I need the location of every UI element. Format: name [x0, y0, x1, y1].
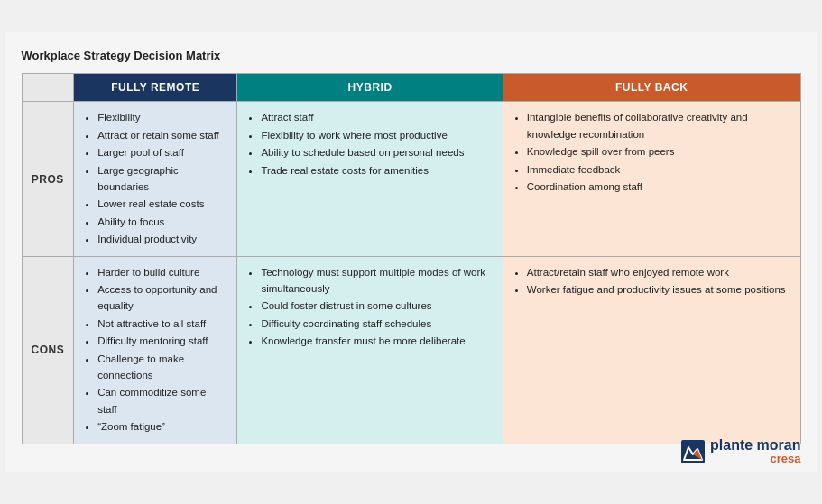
cell-pros-col3: Intangible benefits of collaborative cre… — [503, 102, 800, 256]
list-item: Lower real estate costs — [97, 196, 227, 212]
row-label-cons: CONS — [22, 256, 74, 444]
decision-matrix-table: FULLY REMOTE HYBRID FULLY BACK PROSFlexi… — [22, 73, 801, 444]
list-item: Flexibility to work where most productiv… — [261, 127, 493, 143]
list-item: Larger pool of staff — [97, 144, 227, 160]
page-container: Workplace Strategy Decision Matrix FULLY… — [5, 32, 817, 471]
col-header-hybrid: HYBRID — [237, 74, 503, 102]
row-label-pros: PROS — [22, 102, 74, 256]
list-item: Worker fatigue and productivity issues a… — [527, 281, 791, 298]
list-item: Difficulty mentoring staff — [97, 333, 227, 349]
list-item: Not attractive to all staff — [97, 316, 227, 332]
list-item: Ability to schedule based on personal ne… — [261, 144, 493, 160]
list-item: Attract staff — [261, 109, 493, 125]
list-cons-col1: Harder to build cultureAccess to opportu… — [83, 264, 227, 435]
list-item: Knowledge spill over from peers — [527, 143, 791, 160]
list-item: “Zoom fatigue” — [97, 418, 227, 435]
col-header-back: FULLY BACK — [503, 74, 800, 102]
logo-text-block: plante moran cresa — [710, 437, 800, 466]
list-cons-col2: Technology must support multiple modes o… — [246, 264, 493, 350]
col-header-remote: FULLY REMOTE — [74, 74, 237, 102]
list-item: Can commoditize some staff — [97, 384, 227, 417]
cell-cons-col1: Harder to build cultureAccess to opportu… — [74, 256, 237, 444]
list-item: Individual productivity — [97, 231, 227, 247]
page-title: Workplace Strategy Decision Matrix — [22, 49, 801, 62]
list-item: Attract or retain some staff — [97, 127, 227, 143]
list-pros-col3: Intangible benefits of collaborative cre… — [513, 109, 791, 195]
list-pros-col1: FlexibilityAttract or retain some staffL… — [83, 109, 227, 247]
logo-plante-moran: plante moran — [710, 437, 800, 454]
list-item: Could foster distrust in some cultures — [261, 298, 493, 314]
list-item: Trade real estate costs for amenities — [261, 162, 493, 179]
list-item: Harder to build culture — [97, 264, 227, 280]
cell-pros-col2: Attract staffFlexibility to work where m… — [237, 102, 503, 256]
list-item: Challenge to make connections — [97, 351, 227, 384]
list-item: Large geographic boundaries — [97, 162, 227, 196]
logo-area: plante moran cresa — [681, 437, 800, 466]
list-item: Coordination among staff — [527, 179, 791, 195]
list-item: Attract/retain staff who enjoyed remote … — [527, 264, 791, 280]
logo-cresa: cresa — [771, 453, 801, 465]
list-item: Technology must support multiple modes o… — [261, 264, 493, 298]
list-item: Intangible benefits of collaborative cre… — [527, 109, 791, 142]
cell-pros-col1: FlexibilityAttract or retain some staffL… — [74, 102, 237, 256]
cell-cons-col3: Attract/retain staff who enjoyed remote … — [503, 256, 800, 444]
list-item: Knowledge transfer must be more delibera… — [261, 333, 493, 349]
list-item: Access to opportunity and equality — [97, 281, 227, 315]
list-item: Immediate feedback — [527, 161, 791, 178]
list-item: Flexibility — [97, 109, 227, 125]
list-item: Ability to focus — [97, 214, 227, 230]
cell-cons-col2: Technology must support multiple modes o… — [237, 256, 503, 444]
plante-moran-icon — [681, 440, 705, 463]
corner-cell — [22, 74, 74, 102]
list-cons-col3: Attract/retain staff who enjoyed remote … — [513, 264, 791, 298]
list-pros-col2: Attract staffFlexibility to work where m… — [246, 109, 493, 179]
list-item: Difficulty coordinating staff schedules — [261, 316, 493, 332]
